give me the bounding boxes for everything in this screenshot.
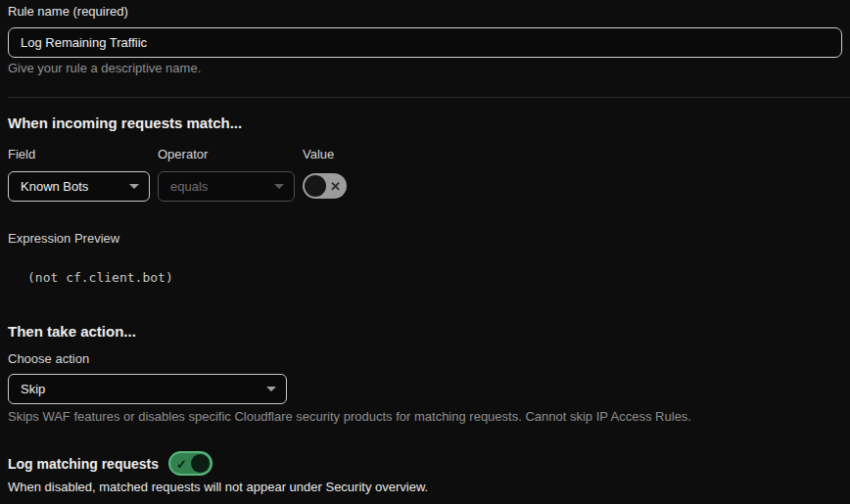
operator-select-value: equals <box>170 179 208 194</box>
value-label: Value <box>303 147 334 161</box>
log-matching-toggle[interactable]: ✓ <box>168 451 212 476</box>
x-icon: ✕ <box>330 180 341 193</box>
field-label: Field <box>8 147 35 161</box>
field-select-value: Known Bots <box>21 179 88 194</box>
action-select-value: Skip <box>21 382 45 396</box>
expression-preview-label: Expression Preview <box>8 231 119 246</box>
choose-action-label: Choose action <box>8 351 89 366</box>
logging-help: When disabled, matched requests will not… <box>8 480 428 494</box>
operator-label: Operator <box>158 147 208 161</box>
chevron-down-icon <box>129 184 139 189</box>
section-divider <box>8 97 850 98</box>
action-select[interactable]: Skip <box>8 374 287 404</box>
chevron-down-icon <box>274 184 284 189</box>
value-toggle[interactable]: ✕ <box>303 173 347 199</box>
toggle-knob <box>191 454 210 473</box>
field-select[interactable]: Known Bots <box>8 171 150 202</box>
match-heading: When incoming requests match... <box>8 115 242 131</box>
action-heading: Then take action... <box>8 323 136 340</box>
chevron-down-icon <box>266 387 276 391</box>
check-icon: ✓ <box>176 457 187 470</box>
waf-rule-form: Rule name (required) Give your rule a de… <box>0 0 850 504</box>
rule-name-label: Rule name (required) <box>8 4 128 19</box>
rule-name-input[interactable] <box>8 27 842 58</box>
operator-select[interactable]: equals <box>158 171 295 202</box>
rule-name-help: Give your rule a descriptive name. <box>8 61 201 75</box>
log-matching-label: Log matching requests <box>8 456 159 472</box>
expression-preview-code: (not cf.client.bot) <box>27 270 173 285</box>
action-help: Skips WAF features or disables specific … <box>8 409 691 424</box>
toggle-knob <box>305 175 326 197</box>
logging-row: Log matching requests ✓ <box>8 451 212 476</box>
